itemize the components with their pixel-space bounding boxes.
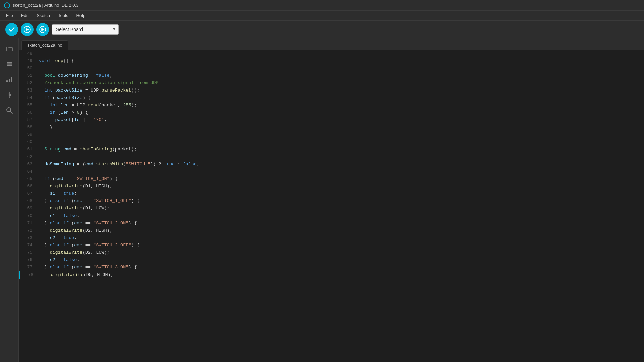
board-select-wrapper: Select Board ▼ bbox=[52, 24, 119, 35]
line-content: } else if (cmd == "SWITCH_2_ON") { bbox=[39, 220, 644, 227]
line-content bbox=[39, 153, 644, 161]
line-number: 75 bbox=[19, 249, 39, 256]
line-number: 69 bbox=[19, 205, 39, 212]
line-number: 56 bbox=[19, 109, 39, 116]
code-line: 74 } else if (cmd == "SWITCH_2_OFF") { bbox=[19, 242, 644, 249]
line-number: 48 bbox=[19, 50, 39, 57]
debug-icon bbox=[39, 26, 46, 33]
code-line: 58 } bbox=[19, 124, 644, 131]
line-number: 57 bbox=[19, 116, 39, 124]
menu-edit[interactable]: Edit bbox=[18, 12, 32, 19]
code-line: 75 digitalWrite(D2, LOW); bbox=[19, 249, 644, 256]
code-line: 62 bbox=[19, 153, 644, 161]
code-line: 52 //check and receive action signal fro… bbox=[19, 79, 644, 87]
svg-line-20 bbox=[10, 111, 12, 114]
board-select[interactable]: Select Board bbox=[52, 24, 119, 35]
upload-icon bbox=[24, 26, 31, 33]
line-content: void loop() { bbox=[39, 57, 644, 65]
line-number: 61 bbox=[19, 146, 39, 153]
code-line: 66 digitalWrite(D1, HIGH); bbox=[19, 183, 644, 190]
code-line: 77 } else if (cmd == "SWITCH_3_ON") { bbox=[19, 264, 644, 271]
sidebar-debug-button[interactable] bbox=[3, 88, 16, 101]
svg-marker-3 bbox=[26, 28, 29, 31]
line-number: 55 bbox=[19, 102, 39, 109]
line-number: 67 bbox=[19, 190, 39, 197]
upload-button[interactable] bbox=[21, 23, 34, 36]
code-line: 56 if (len > 0) { bbox=[19, 109, 644, 116]
line-content: digitalWrite(D2, LOW); bbox=[39, 249, 644, 256]
line-number: 62 bbox=[19, 153, 39, 161]
code-line: 57 packet[len] = '\0'; bbox=[19, 116, 644, 124]
sidebar-sketchbook-button[interactable] bbox=[3, 58, 16, 70]
svg-rect-8 bbox=[7, 64, 12, 65]
line-content: doSomeThing = (cmd.startsWith("SWITCH_")… bbox=[39, 161, 644, 168]
line-content bbox=[39, 50, 644, 57]
line-number: 49 bbox=[19, 57, 39, 65]
code-editor[interactable]: 4849void loop() {5051 bool doSomeThing =… bbox=[19, 50, 644, 362]
verify-icon bbox=[8, 26, 15, 33]
line-number: 73 bbox=[19, 234, 39, 242]
line-content: bool doSomeThing = false; bbox=[39, 72, 644, 79]
line-number: 66 bbox=[19, 183, 39, 190]
line-number: 68 bbox=[19, 197, 39, 205]
line-number: 70 bbox=[19, 212, 39, 220]
code-line: 59 bbox=[19, 131, 644, 138]
line-content: } else if (cmd == "SWITCH_3_ON") { bbox=[39, 264, 644, 271]
line-number: 54 bbox=[19, 94, 39, 102]
line-content: String cmd = charToString(packet); bbox=[39, 146, 644, 153]
code-line: 68 } else if (cmd == "SWITCH_1_OFF") { bbox=[19, 197, 644, 205]
line-number: 59 bbox=[19, 131, 39, 138]
code-line: 63 doSomeThing = (cmd.startsWith("SWITCH… bbox=[19, 161, 644, 168]
line-content: s2 = true; bbox=[39, 234, 644, 242]
line-content: int len = UDP.read(packet, 255); bbox=[39, 102, 644, 109]
debugger-button[interactable] bbox=[36, 23, 49, 36]
line-content bbox=[39, 138, 644, 146]
code-line: 48 bbox=[19, 50, 644, 57]
line-content bbox=[39, 168, 644, 175]
line-number: 77 bbox=[19, 264, 39, 271]
line-content: if (cmd == "SWITCH_1_ON") { bbox=[39, 175, 644, 183]
sidebar-search-button[interactable] bbox=[3, 104, 16, 117]
code-line: 73 s2 = true; bbox=[19, 234, 644, 242]
line-content: s2 = false; bbox=[39, 256, 644, 264]
menu-sketch[interactable]: Sketch bbox=[33, 12, 53, 19]
sidebar bbox=[0, 38, 19, 362]
main-content: sketch_oct22a.ino 4849void loop() {5051 … bbox=[0, 38, 644, 362]
line-number: 71 bbox=[19, 220, 39, 227]
line-number: 51 bbox=[19, 72, 39, 79]
line-content: digitalWrite(D1, HIGH); bbox=[39, 183, 644, 190]
file-tab[interactable]: sketch_oct22a.ino bbox=[21, 40, 68, 50]
line-content bbox=[39, 131, 644, 138]
line-content: int packetSize = UDP.parsePacket(); bbox=[39, 87, 644, 94]
svg-rect-7 bbox=[7, 62, 12, 63]
line-number: 64 bbox=[19, 168, 39, 175]
svg-rect-11 bbox=[9, 79, 10, 82]
line-content: digitalWrite(D1, LOW); bbox=[39, 205, 644, 212]
code-line: 76 s2 = false; bbox=[19, 256, 644, 264]
line-number: 52 bbox=[19, 79, 39, 87]
menu-tools[interactable]: Tools bbox=[55, 12, 71, 19]
line-number: 65 bbox=[19, 175, 39, 183]
svg-point-18 bbox=[9, 94, 10, 96]
code-line: 51 bool doSomeThing = false; bbox=[19, 72, 644, 79]
sidebar-boards-button[interactable] bbox=[3, 73, 16, 86]
code-line: 72 digitalWrite(D2, HIGH); bbox=[19, 227, 644, 234]
line-content: packet[len] = '\0'; bbox=[39, 116, 644, 124]
tab-bar: sketch_oct22a.ino bbox=[19, 38, 644, 50]
verify-button[interactable] bbox=[5, 23, 18, 36]
menu-file[interactable]: File bbox=[3, 12, 16, 19]
menu-bar: File Edit Sketch Tools Help bbox=[0, 11, 644, 21]
folder-icon bbox=[6, 45, 13, 52]
line-number: 53 bbox=[19, 87, 39, 94]
line-content: digitalWrite(D2, HIGH); bbox=[39, 227, 644, 234]
line-number: 72 bbox=[19, 227, 39, 234]
svg-rect-10 bbox=[6, 80, 8, 82]
line-number: 78 bbox=[20, 271, 40, 279]
code-line: 61 String cmd = charToString(packet); bbox=[19, 146, 644, 153]
line-content: //check and receive action signal from U… bbox=[39, 79, 644, 87]
menu-help[interactable]: Help bbox=[73, 12, 89, 19]
line-content: digitalWrite(D5, HIGH); bbox=[40, 271, 644, 279]
code-line: 49void loop() { bbox=[19, 57, 644, 65]
sidebar-files-button[interactable] bbox=[3, 42, 16, 55]
line-number: 74 bbox=[19, 242, 39, 249]
